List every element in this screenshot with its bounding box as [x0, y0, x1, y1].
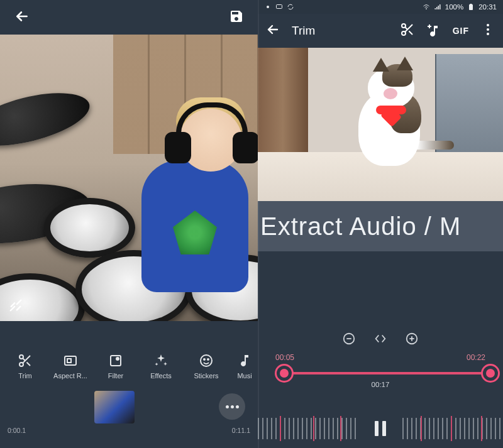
svg-point-9 [267, 6, 269, 8]
svg-point-18 [487, 33, 489, 35]
tool-music[interactable]: Musi [229, 353, 258, 380]
svg-rect-10 [277, 5, 282, 9]
svg-point-6 [201, 355, 212, 366]
arrow-left-icon [14, 8, 30, 25]
pause-button[interactable] [358, 421, 402, 436]
svg-point-0 [19, 355, 23, 359]
tool-label: Filter [108, 372, 123, 380]
svg-rect-4 [111, 356, 121, 366]
waveform-right[interactable] [402, 418, 503, 439]
clip-thumbnail[interactable] [94, 391, 135, 423]
music-note-icon [237, 353, 252, 368]
svg-point-1 [19, 363, 23, 366]
kebab-icon [480, 22, 495, 37]
trim-end-label: 00:22 [467, 353, 485, 362]
chevrons-icon [373, 332, 387, 346]
svg-point-11 [426, 9, 426, 9]
filter-icon [108, 353, 123, 368]
aspect-ratio-icon [63, 353, 78, 368]
tool-row: Trim Aspect R... Filter Effects Stickers… [0, 344, 258, 388]
playback-row [258, 409, 503, 448]
tool-label: Effects [150, 372, 171, 380]
video-preview-right[interactable] [258, 48, 503, 201]
timeline-start: 0:00.1 [8, 427, 26, 434]
svg-point-7 [204, 359, 205, 360]
page-title: Trim [292, 24, 389, 38]
banner-text: Extract Audio / M [260, 212, 461, 241]
tool-stickers[interactable]: Stickers [184, 353, 229, 380]
scissors-icon [400, 22, 415, 37]
add-music-button[interactable] [426, 22, 441, 40]
tool-filter[interactable]: Filter [93, 353, 138, 380]
trim-slider[interactable]: 00:05 00:22 00:17 [258, 353, 503, 408]
scissors-icon [18, 353, 33, 368]
save-icon [229, 9, 244, 24]
arrow-left-icon [265, 22, 280, 37]
timeline-area: 0:00.1 0:11.1 [0, 388, 258, 448]
right-top-bar: Trim GIF [258, 14, 503, 48]
cut-button[interactable] [400, 22, 415, 40]
status-bar: 100% 20:31 [258, 0, 503, 14]
trim-pane: 100% 20:31 Trim GIF [258, 0, 503, 448]
back-button[interactable] [265, 22, 280, 40]
zoom-out-button[interactable] [342, 332, 356, 348]
tool-label: Aspect R... [53, 372, 87, 380]
tool-label: Trim [18, 372, 32, 380]
save-button[interactable] [229, 9, 244, 26]
trim-handle-left[interactable] [277, 366, 292, 381]
expand-icon [9, 298, 23, 312]
fit-button[interactable] [373, 332, 387, 348]
svg-point-16 [487, 24, 489, 26]
signal-icon [434, 3, 441, 11]
battery-icon [467, 3, 475, 11]
extract-audio-banner[interactable]: Extract Audio / M [258, 201, 503, 251]
editor-main-pane: Trim Aspect R... Filter Effects Stickers… [0, 0, 258, 448]
video-preview[interactable] [0, 35, 258, 321]
sync-icon [287, 3, 294, 11]
clock-text: 20:31 [478, 3, 497, 11]
svg-point-5 [116, 358, 119, 360]
wifi-icon [423, 3, 430, 11]
music-plus-icon [426, 22, 441, 37]
svg-point-14 [402, 24, 406, 28]
timeline-end: 0:11.1 [232, 427, 250, 434]
tool-label: Stickers [194, 372, 218, 380]
waveform-left[interactable] [258, 418, 358, 439]
svg-point-17 [487, 28, 489, 31]
zoom-in-button[interactable] [405, 332, 419, 348]
svg-rect-12 [469, 4, 473, 10]
more-button[interactable] [219, 393, 245, 420]
svg-rect-13 [470, 4, 472, 4]
tool-trim[interactable]: Trim [3, 353, 48, 380]
trim-current-label: 00:17 [258, 381, 503, 388]
cast-icon [275, 3, 283, 11]
gif-button[interactable]: GIF [453, 26, 469, 36]
notification-dot-icon [264, 3, 272, 11]
sparkle-icon [153, 353, 169, 368]
tool-aspect[interactable]: Aspect R... [48, 353, 93, 380]
left-top-bar [0, 0, 258, 35]
plus-circle-icon [405, 332, 419, 346]
trim-handle-right[interactable] [483, 366, 498, 381]
svg-rect-3 [67, 359, 71, 363]
pause-icon [375, 421, 379, 436]
dots-icon [226, 405, 229, 408]
svg-point-15 [402, 31, 406, 35]
overflow-button[interactable] [480, 22, 495, 40]
smiley-icon [199, 353, 214, 368]
svg-point-8 [207, 359, 209, 360]
battery-text: 100% [445, 3, 463, 11]
back-button[interactable] [14, 8, 30, 27]
tool-effects[interactable]: Effects [138, 353, 184, 380]
zoom-controls [258, 327, 503, 353]
trim-start-label: 00:05 [275, 353, 294, 362]
tool-label: Musi [237, 372, 252, 380]
minus-circle-icon [342, 332, 356, 346]
